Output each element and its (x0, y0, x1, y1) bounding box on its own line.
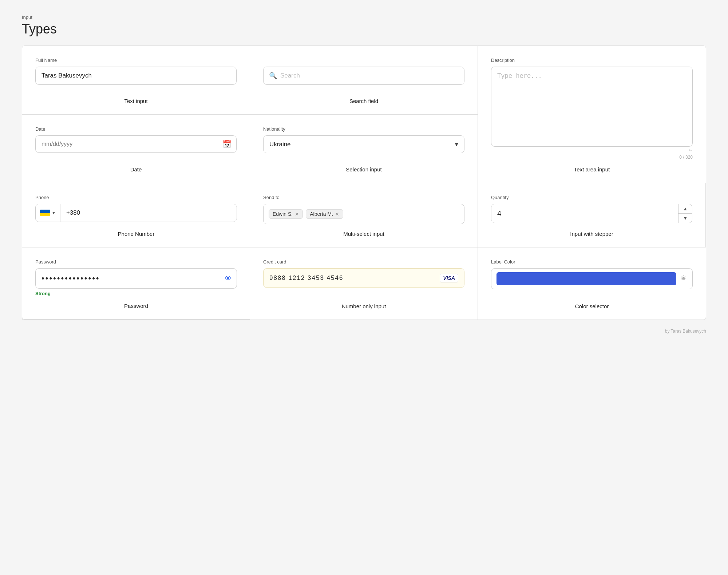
ukraine-flag (40, 210, 50, 216)
date-input[interactable] (35, 135, 237, 153)
visa-badge: VISA (440, 274, 458, 282)
description-label: Description (491, 58, 693, 63)
color-swatch[interactable] (496, 272, 676, 285)
credit-card-bottom-label: Number only input (263, 297, 464, 309)
page-label: Input (22, 15, 706, 20)
page-title: Types (22, 21, 706, 37)
search-bottom-label: Search field (263, 91, 464, 104)
stepper-wrap: ▲ ▼ (491, 204, 692, 223)
multiselect-wrap[interactable]: Edwin S. ✕ Alberta M. ✕ (263, 204, 464, 224)
text-input[interactable] (35, 67, 237, 85)
stepper-bottom-label: Input with stepper (491, 224, 692, 237)
color-bottom-label: Color selector (491, 297, 693, 309)
phone-flag-selector[interactable]: ▼ (36, 204, 60, 222)
tag-edwin: Edwin S. ✕ (269, 209, 303, 219)
flag-chevron-icon: ▼ (52, 211, 56, 215)
password-wrap: 👁 (35, 268, 237, 289)
cell-nationality: Nationality Ukraine USA Germany France ▼… (250, 115, 478, 183)
credit-card-wrap: 9888 1212 3453 4546 VISA (263, 268, 464, 288)
grid-container: Full Name Text input 🔍 Search field Desc… (22, 45, 706, 320)
cell-password: Password 👁 Strong Password (22, 247, 250, 320)
multiselect-bottom-label: Multi-select input (263, 224, 464, 237)
nationality-label: Nationality (263, 126, 285, 132)
password-strength: Strong (35, 291, 51, 296)
stepper-decrement-button[interactable]: ▼ (678, 214, 692, 223)
password-label: Password (35, 259, 56, 265)
send-to-label: Send to (263, 195, 280, 200)
cell-stepper: Quantity ▲ ▼ Input with stepper (478, 183, 706, 247)
phone-wrap: ▼ (35, 204, 237, 222)
phone-number-input[interactable] (60, 204, 237, 222)
color-label: Label Color (491, 259, 515, 265)
cell-description: Description ⤷ 0 / 320 Text area input (478, 46, 706, 183)
search-input[interactable] (263, 67, 464, 85)
password-bottom-label: Password (35, 296, 237, 309)
search-label (263, 58, 265, 63)
resize-handle-icon: ⤷ (688, 147, 693, 153)
stepper-buttons: ▲ ▼ (678, 204, 692, 223)
text-input-wrapper (35, 67, 237, 85)
cell-text-input: Full Name Text input (22, 46, 250, 115)
calendar-icon[interactable]: 📅 (222, 140, 232, 148)
cell-search: 🔍 Search field (250, 46, 478, 115)
search-wrap: 🔍 (263, 67, 464, 85)
description-bottom-label: Text area input (491, 160, 693, 172)
cell-credit-card: Credit card 9888 1212 3453 4546 VISA Num… (250, 247, 478, 320)
phone-label: Phone (35, 195, 49, 200)
flag-top (40, 210, 50, 213)
nationality-bottom-label: Selection input (263, 160, 464, 172)
description-textarea[interactable] (491, 67, 693, 147)
password-input[interactable] (35, 268, 237, 289)
cell-phone: Phone ▼ Phone Number (22, 183, 250, 247)
cell-multiselect: Send to Edwin S. ✕ Alberta M. ✕ Multi-se… (250, 183, 478, 247)
description-textarea-wrap: ⤷ (491, 67, 693, 153)
tag-edwin-remove[interactable]: ✕ (295, 211, 299, 217)
stepper-increment-button[interactable]: ▲ (678, 204, 692, 214)
nationality-select[interactable]: Ukraine USA Germany France (263, 135, 464, 153)
tag-alberta-remove[interactable]: ✕ (335, 211, 339, 217)
cell-date: Date 📅 Date (22, 115, 250, 183)
flag-bottom (40, 213, 50, 216)
text-input-label: Full Name (35, 58, 57, 63)
char-count: 0 / 320 (679, 155, 693, 160)
credit-card-numbers[interactable]: 9888 1212 3453 4546 (269, 274, 435, 282)
date-input-wrap: 📅 (35, 135, 237, 153)
page-header: Input Types (22, 15, 706, 37)
credit-card-label: Credit card (263, 259, 286, 265)
text-input-bottom-label: Text input (35, 91, 237, 104)
cell-color-selector: Label Color ⚛ Color selector (478, 247, 706, 320)
footer-credit: by Taras Bakusevych (22, 329, 706, 334)
tag-alberta: Alberta M. ✕ (306, 209, 343, 219)
search-icon: 🔍 (269, 72, 277, 80)
quantity-input[interactable] (491, 204, 678, 223)
tag-alberta-text: Alberta M. (310, 211, 333, 217)
color-selector-wrap: ⚛ (491, 268, 693, 289)
eye-icon[interactable]: 👁 (225, 274, 232, 283)
date-bottom-label: Date (35, 160, 237, 172)
phone-bottom-label: Phone Number (35, 224, 237, 237)
quantity-label: Quantity (491, 195, 509, 200)
date-label: Date (35, 126, 45, 132)
select-wrap: Ukraine USA Germany France ▼ (263, 135, 464, 153)
tag-edwin-text: Edwin S. (273, 211, 293, 217)
color-palette-icon[interactable]: ⚛ (680, 274, 687, 283)
